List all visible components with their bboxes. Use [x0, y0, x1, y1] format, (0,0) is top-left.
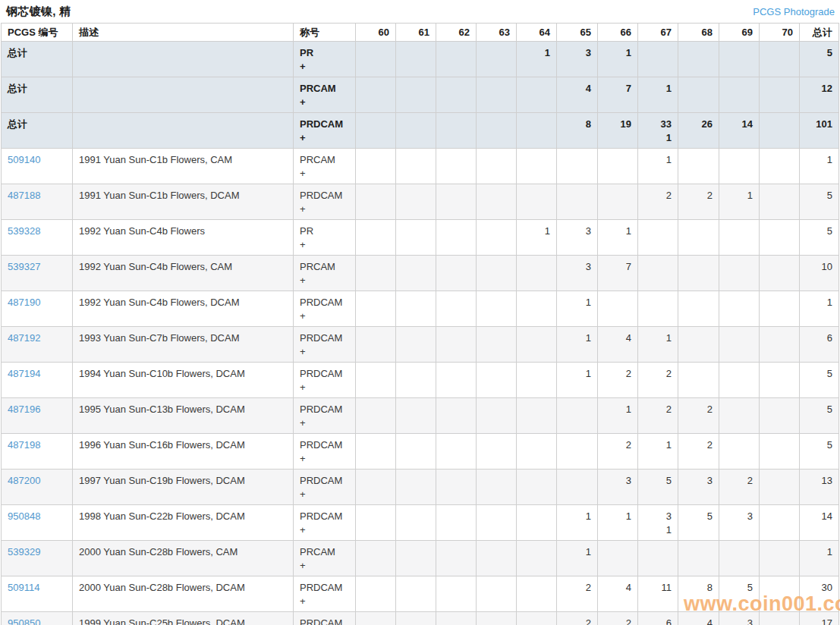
grade-67-count-cell: 1: [638, 77, 678, 113]
total-count-cell: 12: [800, 77, 839, 113]
table-row: 5393271992 Yuan Sun-C4b Flowers, CAMPRCA…: [2, 256, 839, 291]
column-header-66: 66: [598, 24, 638, 42]
pcgs-number-link[interactable]: 509140: [8, 154, 40, 165]
table-row: 5393281992 Yuan Sun-C4b FlowersPR +1315: [2, 220, 839, 256]
total-count-cell: 5: [800, 363, 839, 398]
grade-69-count-cell: [719, 434, 760, 470]
grade-67-count-cell: [638, 42, 678, 77]
total-count-cell: 17: [800, 612, 839, 625]
grade-65-count-cell: 2: [557, 612, 598, 625]
pcgs-number-link[interactable]: 539328: [8, 225, 40, 237]
grade-63-count-cell: [477, 184, 517, 220]
grade-67-count-cell: 11: [638, 576, 678, 612]
grade-66-count-cell: 2: [598, 363, 638, 398]
grade-65-count-cell: 1: [557, 505, 598, 541]
grade-64-count-cell: [517, 149, 557, 184]
grade-61-count-cell: [396, 113, 436, 149]
grade-66-count-cell: 4: [598, 576, 638, 612]
grade-64-count-cell: [517, 363, 557, 398]
pcgs-number-link[interactable]: 487188: [8, 190, 40, 201]
grade-60-count-cell: [356, 291, 396, 327]
pcgs-number-link[interactable]: 539327: [8, 261, 40, 272]
grade-63-count-cell: [477, 77, 517, 113]
grade-60-count-cell: [356, 220, 396, 256]
grade-61-count-cell: [396, 77, 436, 113]
total-count-cell: 5: [800, 434, 839, 470]
grade-64-count-cell: [517, 470, 557, 505]
total-count-cell: 14: [800, 505, 839, 541]
pcgs-number-cell: 总计: [2, 113, 73, 149]
grade-60-count-cell: [356, 434, 396, 470]
grade-60-count-cell: [356, 256, 396, 291]
grade-70-count-cell: [760, 398, 800, 434]
table-row: 4872001997 Yuan Sun-C19b Flowers, DCAMPR…: [2, 470, 839, 505]
grade-60-count-cell: [356, 149, 396, 184]
pcgs-number-link[interactable]: 487192: [8, 332, 40, 344]
grade-70-count-cell: [760, 505, 800, 541]
pcgs-number-link[interactable]: 950850: [8, 617, 40, 625]
grade-66-count-cell: 7: [598, 77, 638, 113]
description-cell: 1991 Yuan Sun-C1b Flowers, DCAM: [73, 184, 294, 220]
pcgs-number-link[interactable]: 509114: [8, 582, 39, 593]
pcgs-number-cell: 总计: [2, 77, 73, 113]
grade-69-count-cell: 5: [719, 576, 760, 612]
grade-68-count-cell: 2: [678, 184, 719, 220]
grade-60-count-cell: [356, 327, 396, 363]
total-count-cell: 5: [800, 398, 839, 434]
table-row: 4871921993 Yuan Sun-C7b Flowers, DCAMPRD…: [2, 327, 839, 363]
pcgs-photograde-link[interactable]: PCGS Photograde: [753, 6, 835, 17]
pcgs-number-link[interactable]: 487196: [8, 404, 40, 415]
grade-61-count-cell: [396, 470, 436, 505]
grade-69-count-cell: 14: [719, 113, 760, 149]
grade-70-count-cell: [760, 576, 800, 612]
pcgs-number-cell: 509114: [2, 576, 73, 612]
pcgs-number-link[interactable]: 487198: [8, 439, 40, 451]
grade-65-count-cell: 1: [557, 363, 598, 398]
pcgs-number-cell: 950848: [2, 505, 73, 541]
grade-63-count-cell: [477, 398, 517, 434]
grade-60-count-cell: [356, 612, 396, 625]
pcgs-number-link[interactable]: 487190: [8, 297, 40, 308]
grade-67-count-cell: 1: [638, 327, 678, 363]
grade-65-count-cell: 4: [557, 77, 598, 113]
grade-68-count-cell: [678, 291, 719, 327]
pcgs-number-cell: 950850: [2, 612, 73, 625]
designation-cell: PRDCAM +: [294, 398, 356, 434]
column-header-70: 70: [760, 24, 800, 42]
grade-60-count-cell: [356, 398, 396, 434]
grade-67-count-cell: [638, 291, 678, 327]
grade-67-count-cell: 1: [638, 149, 678, 184]
total-count-cell: 13: [800, 470, 839, 505]
grade-66-count-cell: 2: [598, 434, 638, 470]
grade-70-count-cell: [760, 434, 800, 470]
grade-65-count-cell: [557, 149, 598, 184]
grade-65-count-cell: 2: [557, 576, 598, 612]
grade-66-count-cell: 3: [598, 470, 638, 505]
grade-60-count-cell: [356, 505, 396, 541]
pcgs-number-link[interactable]: 950848: [8, 510, 40, 522]
grade-65-count-cell: 3: [557, 42, 598, 77]
grade-67-count-cell: 1: [638, 434, 678, 470]
column-header-65: 65: [557, 24, 598, 42]
table-row: 5091401991 Yuan Sun-C1b Flowers, CAMPRCA…: [2, 149, 839, 184]
pcgs-number-link[interactable]: 487200: [8, 475, 40, 486]
pcgs-number-link[interactable]: 487194: [8, 368, 40, 379]
total-count-cell: 5: [800, 220, 839, 256]
pcgs-number-link[interactable]: 539329: [8, 546, 40, 557]
grade-63-count-cell: [477, 291, 517, 327]
description-cell: 1992 Yuan Sun-C4b Flowers: [73, 220, 294, 256]
designation-cell: PRDCAM +: [294, 291, 356, 327]
grade-66-count-cell: [598, 291, 638, 327]
pcgs-number-cell: 487190: [2, 291, 73, 327]
pcgs-number-cell: 487200: [2, 470, 73, 505]
grade-60-count-cell: [356, 363, 396, 398]
grade-69-count-cell: [719, 541, 760, 576]
column-header-61: 61: [396, 24, 436, 42]
grade-69-count-cell: 1: [719, 184, 760, 220]
total-count-cell: 5: [800, 184, 839, 220]
table-row: 9508481998 Yuan Sun-C22b Flowers, DCAMPR…: [2, 505, 839, 541]
grade-66-count-cell: [598, 184, 638, 220]
grade-67-count-cell: [638, 220, 678, 256]
grade-60-count-cell: [356, 113, 396, 149]
grade-63-count-cell: [477, 541, 517, 576]
